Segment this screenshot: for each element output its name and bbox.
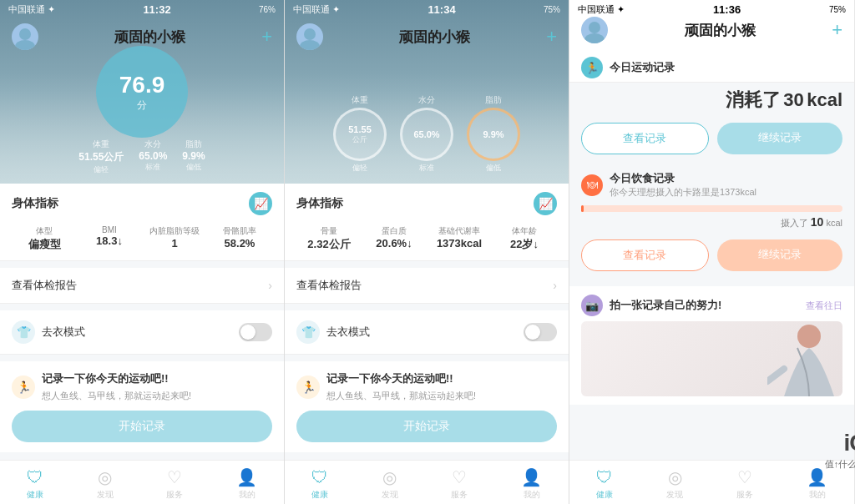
metric-fat-tag-1: 偏低 (182, 162, 205, 173)
health-icon-1: 🛡 (27, 468, 43, 487)
food-progress-bar-3 (581, 205, 842, 212)
metric-weight-tag-1: 偏轻 (78, 164, 124, 175)
add-button-3[interactable]: + (832, 19, 842, 41)
mine-icon-1: 👤 (236, 467, 257, 487)
start-record-btn-1[interactable]: 开始记录 (12, 411, 272, 442)
service-icon-2: ♡ (452, 467, 467, 487)
score-circle-1: 76.9 分 (96, 46, 188, 138)
nav-discover-3[interactable]: ◎ 发现 (666, 467, 683, 501)
stat-age-2: 体年龄 22岁↓ (492, 225, 557, 252)
nav-mine-2[interactable]: 👤 我的 (521, 467, 542, 501)
view-food-record-btn-3[interactable]: 查看记录 (581, 239, 709, 271)
toggle-switch-1[interactable] (239, 323, 272, 341)
toggle-row-2: 👕 去衣模式 (285, 310, 569, 355)
view-exercise-record-btn-3[interactable]: 查看记录 (581, 123, 709, 154)
report-row-2[interactable]: 查看体检报告 › (285, 268, 569, 304)
nav-mine-1[interactable]: 👤 我的 (236, 467, 257, 501)
section-header-1: 身体指标 📈 (0, 184, 284, 220)
nav-mine-label-2: 我的 (524, 489, 540, 501)
toggle-switch-2[interactable] (524, 323, 557, 341)
food-kcal-value-3: 10 (811, 215, 824, 229)
stat-body-type: 体型 偏瘦型 (12, 225, 77, 252)
food-kcal-3: 摄入了 10 kcal (569, 214, 854, 234)
exercise-sub-1: 想人鱼线、马甲线，那就运动起来吧! (42, 390, 191, 402)
metric-weight-1: 体重 51.55公斤 偏轻 (78, 139, 124, 175)
avatar-1[interactable] (12, 23, 38, 50)
chart-icon-1[interactable]: 📈 (249, 192, 272, 215)
exercise-kcal-prefix-3: 消耗了 (726, 89, 781, 110)
service-icon-3: ♡ (737, 467, 752, 487)
avatar-2[interactable] (296, 23, 323, 50)
continue-food-btn-3[interactable]: 继续记录 (717, 239, 843, 271)
score-unit-1: 分 (137, 98, 147, 113)
content-2: 身体指标 📈 骨量 2.32公斤 蛋白质 20.6%↓ 基础代谢率 1373kc… (285, 184, 569, 460)
mc-circle-fat: 9.9% (467, 108, 520, 161)
nav-service-2[interactable]: ♡ 服务 (451, 467, 468, 501)
nav-discover-label-3: 发现 (666, 489, 683, 501)
svg-point-3 (300, 40, 320, 50)
nav-health-label-3: 健康 (596, 489, 613, 501)
exercise-btn-row-3: 查看记录 继续记录 (569, 118, 854, 163)
content-1: 身体指标 📈 体型 偏瘦型 BMI 18.3↓ 内脏脂肪等级 1 骨骼肌率 58… (0, 184, 284, 460)
food-kcal-prefix-3: 摄入了 (781, 218, 808, 228)
section-title-1: 身体指标 (12, 196, 58, 211)
metric-water-tag-1: 标准 (139, 162, 167, 173)
food-text-3: 今日饮食记录 你今天理想摄入的卡路里是1373kcal (610, 171, 756, 199)
app-title-2: 顽固的小猴 (399, 28, 470, 47)
add-button-1[interactable]: + (261, 26, 272, 48)
section-title-2: 身体指标 (296, 196, 343, 211)
metric-weight-label-1: 体重 (78, 139, 124, 150)
exercise-block-1: 🏃 记录一下你今天的运动吧!! 想人鱼线、马甲线，那就运动起来吧! 开始记录 (0, 361, 284, 452)
exercise-kcal-value-3: 30 (783, 89, 803, 110)
photo-link-3[interactable]: 查看往日 (806, 300, 842, 312)
discover-icon-2: ◎ (382, 467, 397, 487)
metric-fat-label-1: 脂肪 (182, 139, 205, 150)
nav-service-1[interactable]: ♡ 服务 (166, 467, 183, 501)
nav-health-2[interactable]: 🛡 健康 (311, 468, 328, 501)
stats-grid-2: 骨量 2.32公斤 蛋白质 20.6%↓ 基础代谢率 1373kcal 体年龄 … (285, 220, 569, 261)
nav-service-3[interactable]: ♡ 服务 (736, 467, 753, 501)
svg-point-1 (15, 40, 35, 50)
photo-preview-3 (581, 321, 842, 396)
metric-fat-value-1: 9.9% (182, 150, 205, 162)
add-button-2[interactable]: + (546, 26, 557, 48)
nav-mine-label-3: 我的 (809, 489, 826, 501)
metric-water-value-1: 65.0% (139, 150, 167, 162)
shirt-icon-1: 👕 (12, 320, 35, 344)
run-icon-1: 🏃 (12, 375, 35, 399)
exercise-icon-wrap-2: 🏃 记录一下你今天的运动吧!! 想人鱼线、马甲线，那就运动起来吧! (296, 371, 557, 402)
nav-discover-2[interactable]: ◎ 发现 (382, 467, 398, 501)
report-row-1[interactable]: 查看体检报告 › (0, 268, 284, 304)
stat-visceral: 内脏脂肪等级 1 (142, 225, 207, 252)
hero-circles-2: 体重 51.55 公斤 偏轻 水分 65.0% 标准 脂肪 9.9% 偏低 (333, 94, 520, 174)
header-1: 顽固的小猴 + (0, 0, 284, 57)
exercise-block-2: 🏃 记录一下你今天的运动吧!! 想人鱼线、马甲线，那就运动起来吧! 开始记录 (285, 361, 569, 452)
start-record-btn-2[interactable]: 开始记录 (296, 411, 557, 442)
photo-left-3: 📷 拍一张记录自己的努力! (581, 295, 721, 316)
nav-mine-3[interactable]: 👤 我的 (807, 467, 827, 501)
svg-point-5 (584, 33, 605, 43)
chart-icon-2[interactable]: 📈 (534, 192, 557, 215)
avatar-3[interactable] (581, 17, 608, 43)
content-3: 🏃 今日运动记录 消耗了 30 kcal 查看记录 继续记录 🍽 今日饮食记录 … (569, 50, 854, 460)
food-progress-fill-3 (581, 205, 584, 212)
discover-icon-3: ◎ (668, 467, 682, 487)
metric-weight-value-1: 51.55公斤 (78, 150, 124, 164)
watermark: iC 值↑什么值得买 (825, 430, 855, 471)
nav-health-1[interactable]: 🛡 健康 (27, 468, 43, 501)
svg-point-0 (19, 28, 31, 40)
phone-1: 中国联通 ✦ 11:32 76% 顽固的小猴 + 76.9 分 体重 51.55… (0, 0, 285, 504)
nav-health-label-1: 健康 (27, 489, 43, 501)
nav-health-3[interactable]: 🛡 健康 (596, 468, 613, 501)
report-label-2: 查看体检报告 (296, 278, 362, 293)
toggle-label-2: 去衣模式 (326, 325, 370, 340)
stat-protein-2: 蛋白质 20.6%↓ (362, 225, 427, 252)
hero-metrics-1: 体重 51.55公斤 偏轻 水分 65.0% 标准 脂肪 9.9% 偏低 (0, 139, 284, 175)
camera-icon-3: 📷 (581, 295, 603, 316)
app-title-3: 顽固的小猴 (685, 21, 756, 40)
food-sub-3: 你今天理想摄入的卡路里是1373kcal (610, 186, 756, 199)
nav-discover-1[interactable]: ◎ 发现 (97, 467, 114, 501)
photo-header-3: 📷 拍一张记录自己的努力! 查看往日 (581, 295, 842, 316)
bottom-nav-2: 🛡 健康 ◎ 发现 ♡ 服务 👤 我的 (285, 460, 569, 504)
continue-exercise-btn-3[interactable]: 继续记录 (717, 123, 843, 154)
